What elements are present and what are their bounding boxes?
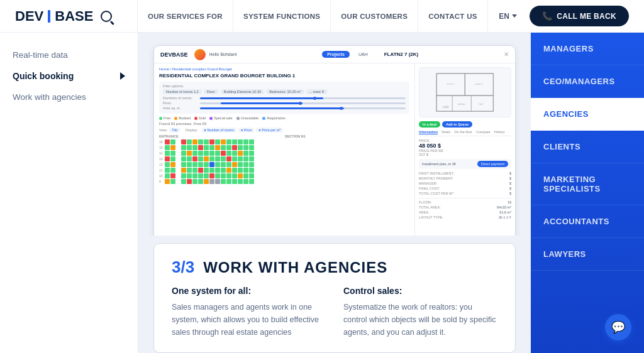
mini-tag[interactable]: Bedrooms: 10-20 m²	[266, 89, 304, 94]
logo[interactable]: DEVBASE	[15, 8, 112, 24]
mini-slider-track-2[interactable]	[200, 102, 406, 104]
sidebar-item-agencies[interactable]: Work with agencies	[13, 92, 125, 102]
mini-in-deal-btn[interactable]: In a deal	[419, 121, 440, 128]
mini-detail-first-install: FIRST INSTALLMENT: $	[419, 171, 511, 175]
card-text-1: Sales managers and agents work in one sy…	[172, 301, 326, 339]
mini-sections: ENTRANCE 16 15 14 13 12 11	[159, 134, 409, 184]
mini-tab-information[interactable]: Information	[419, 130, 438, 134]
mini-slider-track[interactable]	[200, 97, 406, 99]
logo-dev: DEV	[15, 8, 43, 24]
mini-tag[interactable]: Number of rooms 1,2	[163, 89, 202, 94]
nav-our-customers[interactable]: OUR CUSTOMERS	[331, 0, 418, 33]
section-title: WORK WITH AGENCIES	[203, 259, 387, 276]
mini-right-panel: bath kitchen hall room 1 room 2 In a dea…	[414, 63, 515, 236]
mini-detail-manager: MANAGER: $	[419, 182, 511, 185]
mini-detail-area: AREA: 61,6 m²	[419, 210, 511, 214]
mini-breadcrumb: Home / Residential complex Grand Bourget	[159, 67, 409, 71]
nav-our-services[interactable]: OUR SERVICES FOR	[137, 0, 233, 33]
section-number: 3/3	[172, 258, 194, 277]
navbar: DEVBASE OUR SERVICES FOR SYSTEM FUNCTION…	[0, 0, 644, 33]
sn1-r13	[181, 156, 409, 161]
sidebar-item-lawyers[interactable]: LAWYERS	[531, 238, 644, 271]
section-entrance-label: ENTRANCE	[159, 134, 179, 138]
mini-projects-btn[interactable]: Projects	[322, 51, 350, 58]
mini-slider-track-3[interactable]	[200, 107, 406, 109]
mini-flat-image: bath kitchen hall room 1 room 2	[419, 67, 511, 117]
sidebar-item-marketing[interactable]: MARKETING SPECIALISTS	[531, 163, 644, 205]
language-selector[interactable]: EN	[494, 9, 522, 23]
sidebar-item-agencies[interactable]: AGENCIES	[531, 98, 644, 131]
chat-button[interactable]: 💬	[605, 314, 631, 340]
mini-navbar: DEVBASE Hello Bohdant Projects UAH FLATN…	[154, 46, 515, 63]
mini-tab-floor[interactable]: On the floor	[454, 130, 472, 134]
sidebar-item-clients[interactable]: CLIENTS	[531, 131, 644, 163]
nav-system-functions[interactable]: SYSTEM FUNCTIONS	[233, 0, 331, 33]
mini-body: Home / Residential complex Grand Bourget…	[154, 63, 515, 236]
legend-dot-reg	[262, 117, 265, 120]
mini-slider-thumb-3	[340, 107, 343, 110]
bottom-header: 3/3 WORK WITH AGENCIES	[172, 258, 497, 277]
mini-detail-total-area: TOTAL AREA: 64x33 m²	[419, 205, 511, 209]
filter-label: Filter options:	[163, 84, 406, 88]
mini-detail-final: FINAL COST: $	[419, 187, 511, 190]
display-rooms-btn[interactable]: ● Number of rooms	[202, 128, 236, 133]
mini-tag[interactable]: ... meet ✕	[306, 89, 328, 94]
legend-unavailable: Unavailable	[236, 116, 259, 120]
sidebar-item-ceo-managers[interactable]: CEO/MANAGERS	[531, 65, 644, 98]
card-title-2: Control sales:	[343, 286, 497, 296]
display-pricem2-btn[interactable]: ● Price per m²	[256, 128, 283, 133]
sidebar-item-managers[interactable]: MANAGERS	[531, 33, 644, 65]
chevron-right-icon	[120, 72, 125, 80]
mini-close-icon[interactable]: ✕	[504, 51, 509, 58]
mini-detail-total-m2: TOTAL COST PER M²: $	[419, 192, 511, 195]
mini-avatar	[194, 49, 206, 60]
legend-dot-special	[209, 117, 213, 120]
row-9: 9	[159, 179, 179, 184]
section-entrance: ENTRANCE 16 15 14 13 12 11	[159, 134, 179, 184]
mini-tab-compare[interactable]: Compare	[476, 130, 491, 134]
mini-view-btn[interactable]: Tile	[169, 128, 180, 133]
mini-tab-history[interactable]: History	[494, 130, 505, 134]
phone-icon: 📞	[542, 11, 552, 21]
mini-direct-payment-btn[interactable]: Direct payment	[477, 161, 508, 167]
nav-links: OUR SERVICES FOR SYSTEM FUNCTIONS OUR CU…	[131, 0, 494, 33]
mini-filter-tags: Number of rooms 1,2 Floor: Building Elem…	[163, 89, 406, 94]
sidebar-item-realtime[interactable]: Real-time data	[13, 50, 125, 60]
svg-text:hall: hall	[479, 102, 482, 106]
svg-text:room 2: room 2	[475, 82, 483, 85]
row-13: 13	[159, 156, 179, 161]
mini-title: RESIDENTIAL COMPLEX GRAND BOURGET BUILDI…	[159, 73, 409, 79]
mini-slider-fill-2	[221, 102, 303, 104]
bottom-section: 3/3 WORK WITH AGENCIES One system for al…	[153, 243, 516, 353]
left-sidebar: Real-time data Quick booking Work with a…	[0, 33, 138, 353]
legend-special: Special sale	[209, 116, 233, 120]
legend-dot-booked	[174, 117, 177, 120]
mini-add-to-queue-btn[interactable]: Add to Queue	[442, 121, 472, 128]
legend-sold: Sold	[194, 116, 206, 120]
mini-filter-bar: Filter options: Number of rooms 1,2 Floo…	[159, 82, 409, 114]
sidebar-item-quickbooking[interactable]: Quick booking	[13, 71, 125, 81]
mini-slider-fill	[200, 97, 323, 99]
mini-slider-fill-3	[200, 107, 344, 109]
mini-slider-thumb	[313, 97, 316, 100]
sn1-r16	[181, 139, 409, 144]
mini-slider-label-3: Area sq. m:	[163, 106, 197, 110]
mini-tag[interactable]: Floor:	[204, 89, 219, 94]
svg-text:bath: bath	[443, 105, 450, 109]
bottom-cards: One system for all: Sales managers and a…	[172, 286, 497, 339]
card-text-2: Systematize the work of realtors: you co…	[343, 301, 497, 339]
mini-view-label: View:	[159, 128, 167, 132]
sn1-r11	[181, 168, 409, 173]
mini-tag[interactable]: Building Elements 10-20	[221, 89, 265, 94]
screenshot-frame: DEVBASE Hello Bohdant Projects UAH FLATN…	[153, 45, 516, 236]
mini-detail-layout: LAYOUT TYPE: 2k 1 1 Y	[419, 215, 511, 219]
nav-contact-us[interactable]: CONTACT US	[418, 0, 488, 33]
mini-tab-deals[interactable]: Deals	[441, 130, 450, 134]
sidebar-item-accountants[interactable]: ACCOUNTANTS	[531, 205, 644, 238]
call-me-back-button[interactable]: 📞 CALL ME BACK	[530, 6, 629, 26]
row-15: 15	[159, 145, 179, 150]
display-price-btn[interactable]: ● Price	[238, 128, 254, 133]
mini-info-tabs: Information Deals On the floor Compare H…	[419, 130, 511, 136]
mini-details-table: FIRST INSTALLMENT: $ MONTHLY PAYMENT: $ …	[419, 171, 511, 219]
card-title-1: One system for all:	[172, 286, 326, 296]
